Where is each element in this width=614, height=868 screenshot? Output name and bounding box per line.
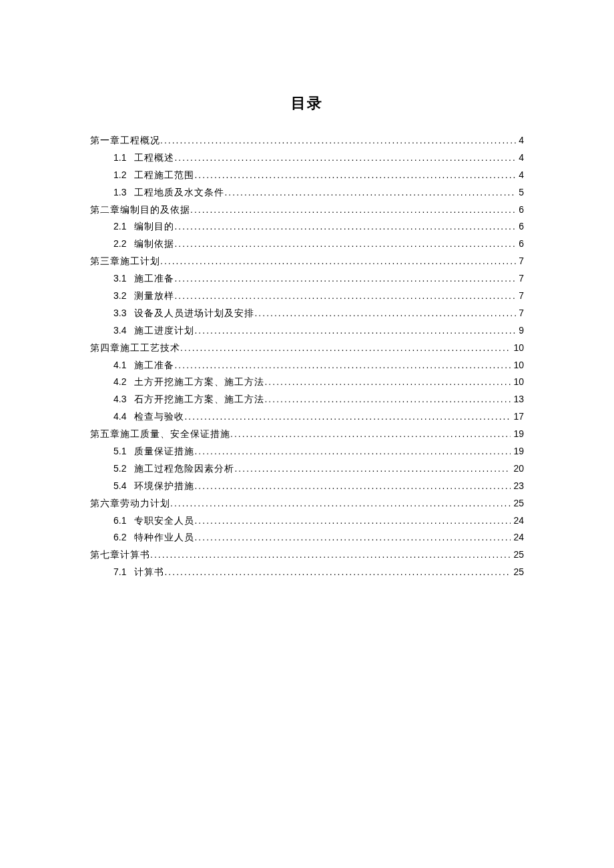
- toc-entry: 第七章计算书25: [90, 546, 524, 564]
- toc-title: 目录: [90, 93, 524, 113]
- toc-entry-page: 5: [516, 184, 524, 201]
- toc-entry: 第二章编制目的及依据6: [90, 201, 524, 219]
- toc-dots: [160, 132, 516, 149]
- toc-dots: [174, 357, 511, 374]
- toc-entry-number: 2.1: [113, 218, 126, 236]
- toc-dots: [174, 218, 516, 236]
- toc-entry-number: 1.1: [113, 149, 126, 167]
- toc-entry-text: 施工准备: [134, 270, 174, 288]
- toc-dots: [194, 529, 511, 546]
- toc-entry-page: 25: [511, 495, 524, 512]
- toc-container: 第一章工程概况41.1工程概述41.2工程施工范围41.3工程地质及水文条件5第…: [90, 132, 524, 581]
- toc-dots: [264, 374, 511, 391]
- toc-entry-page: 7: [516, 305, 524, 322]
- toc-entry-number: 4.2: [113, 374, 126, 391]
- toc-entry: 4.1施工准备10: [90, 357, 524, 374]
- toc-entry-page: 7: [516, 288, 524, 305]
- toc-entry-text: 专职安全人员: [134, 512, 194, 530]
- toc-entry-text: 第一章工程概况: [90, 132, 160, 149]
- toc-dots: [194, 443, 511, 460]
- toc-entry-page: 25: [511, 564, 524, 581]
- toc-entry-number: 5.1: [113, 443, 126, 460]
- toc-entry-number: 4.3: [113, 391, 126, 408]
- toc-entry-number: 3.4: [113, 322, 126, 340]
- toc-entry-text: 石方开挖施工方案、施工方法: [134, 391, 264, 408]
- toc-entry-text: 第五章施工质量、安全保证措施: [90, 426, 230, 443]
- toc-dots: [194, 512, 511, 530]
- toc-entry-number: 3.1: [113, 270, 126, 288]
- toc-entry: 3.3设备及人员进场计划及安排7: [90, 305, 524, 322]
- toc-entry-text: 第七章计算书: [90, 546, 150, 564]
- toc-entry: 5.1质量保证措施19: [90, 443, 524, 460]
- toc-entry-number: 3.3: [113, 305, 126, 322]
- toc-entry-number: 5.4: [113, 478, 126, 495]
- toc-dots: [150, 546, 511, 564]
- toc-dots: [174, 236, 516, 253]
- toc-entry: 3.4施工进度计划9: [90, 322, 524, 340]
- toc-dots: [180, 340, 511, 357]
- toc-entry-number: 4.1: [113, 357, 126, 374]
- toc-entry: 1.2工程施工范围4: [90, 167, 524, 184]
- toc-entry-number: 6.1: [113, 512, 126, 530]
- toc-entry: 6.1专职安全人员24: [90, 512, 524, 530]
- toc-entry-text: 工程概述: [134, 149, 174, 167]
- toc-entry: 第三章施工计划7: [90, 253, 524, 270]
- toc-entry-number: 3.2: [113, 288, 126, 305]
- toc-dots: [164, 564, 511, 581]
- toc-entry-number: 6.2: [113, 529, 126, 546]
- toc-entry-text: 测量放样: [134, 288, 174, 305]
- toc-entry-number: 1.2: [113, 167, 126, 184]
- toc-entry-page: 6: [516, 201, 524, 219]
- toc-entry-text: 工程施工范围: [134, 167, 194, 184]
- toc-entry-page: 10: [511, 357, 524, 374]
- toc-entry: 1.3工程地质及水文条件5: [90, 184, 524, 201]
- toc-dots: [194, 478, 511, 495]
- toc-dots: [224, 184, 516, 201]
- toc-dots: [254, 305, 516, 322]
- toc-entry-page: 24: [511, 529, 524, 546]
- toc-entry-number: 2.2: [113, 236, 126, 253]
- toc-entry-page: 23: [511, 478, 524, 495]
- toc-entry: 第四章施工工艺技术10: [90, 340, 524, 357]
- toc-entry-text: 检查与验收: [134, 408, 184, 426]
- toc-entry-page: 7: [516, 270, 524, 288]
- toc-entry: 第六章劳动力计划25: [90, 495, 524, 512]
- toc-entry-text: 特种作业人员: [134, 529, 194, 546]
- toc-entry-text: 编制依据: [134, 236, 174, 253]
- toc-entry: 7.1计算书25: [90, 564, 524, 581]
- toc-entry-text: 计算书: [134, 564, 164, 581]
- toc-entry: 4.4检查与验收17: [90, 408, 524, 426]
- toc-entry-number: 4.4: [113, 408, 126, 426]
- toc-dots: [174, 149, 516, 167]
- toc-entry-page: 4: [516, 167, 524, 184]
- toc-dots: [264, 391, 511, 408]
- toc-entry: 1.1工程概述4: [90, 149, 524, 167]
- toc-dots: [190, 201, 516, 219]
- toc-entry: 3.1施工准备7: [90, 270, 524, 288]
- toc-entry-page: 17: [511, 408, 524, 426]
- toc-entry-text: 第四章施工工艺技术: [90, 340, 180, 357]
- toc-entry: 4.2土方开挖施工方案、施工方法10: [90, 374, 524, 391]
- toc-entry-page: 25: [511, 546, 524, 564]
- toc-entry: 3.2测量放样7: [90, 288, 524, 305]
- toc-entry-page: 13: [511, 391, 524, 408]
- toc-entry-text: 编制目的: [134, 218, 174, 236]
- toc-entry-page: 4: [516, 132, 524, 149]
- toc-dots: [194, 167, 516, 184]
- toc-entry-page: 10: [511, 340, 524, 357]
- toc-entry-number: 1.3: [113, 184, 126, 201]
- toc-entry-page: 6: [516, 236, 524, 253]
- toc-entry-text: 第六章劳动力计划: [90, 495, 170, 512]
- toc-entry-page: 6: [516, 218, 524, 236]
- toc-entry: 5.4环境保护措施23: [90, 478, 524, 495]
- toc-dots: [230, 426, 511, 443]
- toc-entry-number: 7.1: [113, 564, 126, 581]
- toc-entry-page: 10: [511, 374, 524, 391]
- toc-entry-page: 4: [516, 149, 524, 167]
- toc-entry-page: 20: [511, 460, 524, 478]
- toc-entry-number: 5.2: [113, 460, 126, 478]
- toc-entry-page: 9: [516, 322, 524, 340]
- toc-entry: 2.1编制目的6: [90, 218, 524, 236]
- toc-dots: [234, 460, 511, 478]
- toc-entry-text: 质量保证措施: [134, 443, 194, 460]
